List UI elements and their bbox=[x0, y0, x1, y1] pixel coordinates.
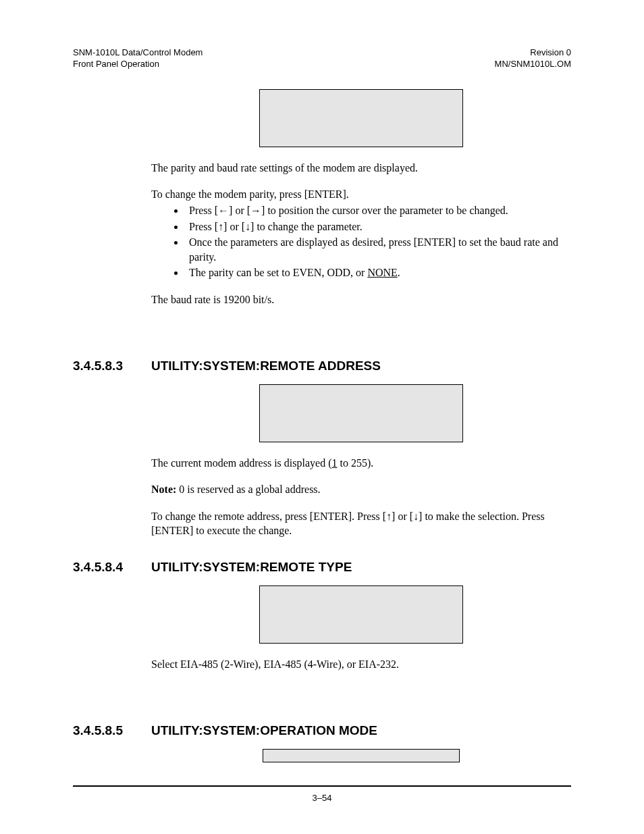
list-item: Press [↑] or [↓] to change the parameter… bbox=[185, 219, 571, 234]
arrow-down-icon: ↓ bbox=[245, 221, 250, 232]
running-header: SNM-1010L Data/Control Modem Front Panel… bbox=[73, 47, 571, 70]
paragraph: To change the remote address, press [ENT… bbox=[151, 509, 571, 538]
paragraph: To change the modem parity, press [ENTER… bbox=[151, 187, 571, 202]
text: Press [ bbox=[189, 205, 218, 216]
section-body: Select EIA-485 (2-Wire), EIA-485 (4-Wire… bbox=[151, 585, 571, 672]
header-doc-title: SNM-1010L Data/Control Modem bbox=[73, 47, 203, 59]
lcd-placeholder bbox=[259, 585, 463, 644]
list-item: The parity can be set to EVEN, ODD, or N… bbox=[185, 265, 571, 280]
text: 0 is reserved as a global address. bbox=[176, 484, 320, 495]
section-title: UTILITY:SYSTEM:REMOTE ADDRESS bbox=[151, 359, 571, 373]
paragraph: The current modem address is displayed (… bbox=[151, 456, 571, 471]
intro-block: The parity and baud rate settings of the… bbox=[151, 161, 571, 307]
list-item: Once the parameters are displayed as des… bbox=[185, 235, 571, 264]
lcd-placeholder bbox=[263, 749, 460, 762]
section-body: The current modem address is displayed (… bbox=[151, 384, 571, 538]
underlined-text: NONE bbox=[367, 267, 397, 278]
header-chapter: Front Panel Operation bbox=[73, 59, 203, 70]
list-item: Press [←] or [→] to position the cursor … bbox=[185, 203, 571, 218]
section-heading: 3.4.5.8.5 UTILITY:SYSTEM:OPERATION MODE bbox=[73, 723, 571, 738]
text: ] to change the parameter. bbox=[250, 221, 363, 232]
note-label: Note: bbox=[151, 484, 176, 495]
arrow-right-icon: → bbox=[250, 205, 261, 216]
text: To change the remote address, press [ENT… bbox=[151, 511, 386, 522]
header-doc-id: MN/SNM1010L.OM bbox=[495, 59, 571, 70]
text: ] or [ bbox=[223, 221, 245, 232]
text: The parity can be set to EVEN, ODD, or bbox=[189, 267, 367, 278]
screen-display-box bbox=[151, 89, 571, 147]
section-title: UTILITY:SYSTEM:REMOTE TYPE bbox=[151, 560, 571, 575]
section-number: 3.4.5.8.5 bbox=[73, 723, 151, 738]
section-heading: 3.4.5.8.4 UTILITY:SYSTEM:REMOTE TYPE bbox=[73, 560, 571, 575]
header-right: Revision 0 MN/SNM1010L.OM bbox=[495, 47, 571, 70]
lcd-placeholder bbox=[259, 384, 463, 442]
footer-rule bbox=[73, 785, 571, 787]
text: The current modem address is displayed ( bbox=[151, 457, 331, 469]
arrow-up-icon: ↑ bbox=[218, 221, 223, 232]
section-body bbox=[151, 749, 571, 762]
text: ] to position the cursor over the parame… bbox=[261, 205, 508, 216]
text: to 255). bbox=[337, 457, 373, 469]
lcd-placeholder bbox=[259, 89, 463, 147]
bullet-list: Press [←] or [→] to position the cursor … bbox=[166, 203, 571, 280]
section-title: UTILITY:SYSTEM:OPERATION MODE bbox=[151, 723, 571, 738]
paragraph: The parity and baud rate settings of the… bbox=[151, 161, 571, 176]
section-heading: 3.4.5.8.3 UTILITY:SYSTEM:REMOTE ADDRESS bbox=[73, 359, 571, 373]
section-number: 3.4.5.8.4 bbox=[73, 560, 151, 575]
section-number: 3.4.5.8.3 bbox=[73, 359, 151, 373]
paragraph: Select EIA-485 (2-Wire), EIA-485 (4-Wire… bbox=[151, 657, 571, 672]
text: Press [ bbox=[189, 221, 218, 232]
arrow-left-icon: ← bbox=[218, 205, 229, 216]
arrow-down-icon: ↓ bbox=[413, 511, 419, 522]
header-revision: Revision 0 bbox=[495, 47, 571, 59]
header-left: SNM-1010L Data/Control Modem Front Panel… bbox=[73, 47, 203, 70]
text: ] or [ bbox=[392, 511, 413, 522]
page: SNM-1010L Data/Control Modem Front Panel… bbox=[0, 0, 644, 834]
text: . bbox=[398, 267, 400, 278]
arrow-up-icon: ↑ bbox=[386, 511, 392, 522]
paragraph: The baud rate is 19200 bit/s. bbox=[151, 292, 571, 307]
note-paragraph: Note: 0 is reserved as a global address. bbox=[151, 482, 571, 497]
text: ] or [ bbox=[229, 205, 250, 216]
page-number: 3–54 bbox=[0, 793, 644, 803]
